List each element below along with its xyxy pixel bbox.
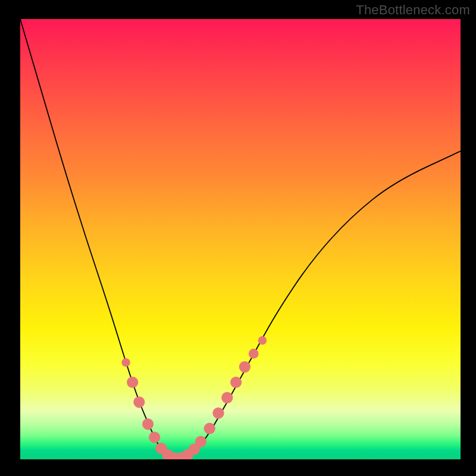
plot-area [20,19,461,459]
data-point [221,392,233,403]
data-point [127,377,138,388]
data-point [204,423,215,434]
data-point [133,396,145,408]
data-point [195,436,206,447]
data-point [239,361,250,372]
data-point [121,358,130,367]
data-point [230,377,242,388]
data-point [149,431,160,443]
chart-frame: TheBottleneck.com [0,0,476,476]
watermark-text: TheBottleneck.com [356,2,470,18]
data-point [142,418,154,430]
data-point [212,408,224,419]
data-point [258,336,267,345]
chart-svg [20,19,461,459]
data-point [249,349,259,359]
curve-layer [20,19,461,459]
dots-layer [121,336,267,459]
bottleneck-curve [20,19,461,459]
